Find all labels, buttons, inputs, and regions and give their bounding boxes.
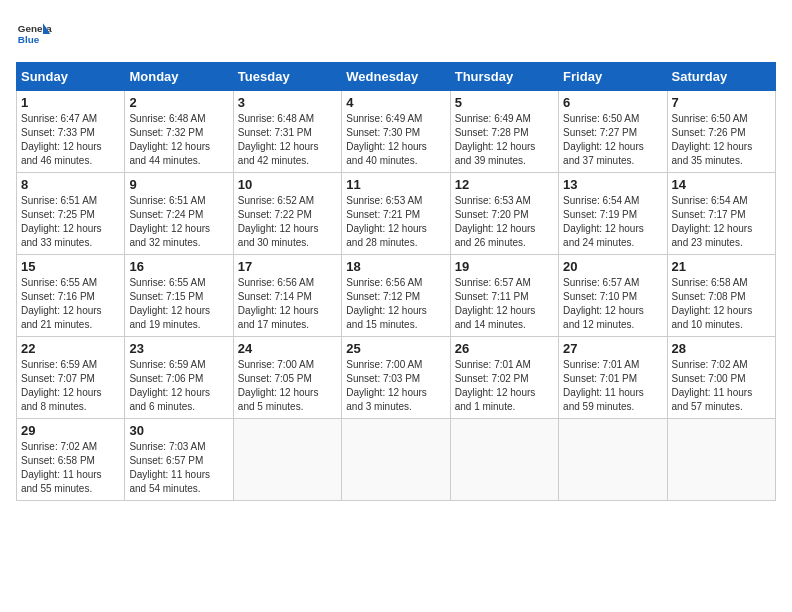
empty-cell	[233, 419, 341, 501]
logo: General Blue	[16, 16, 52, 52]
day-cell-22: 22Sunrise: 6:59 AMSunset: 7:07 PMDayligh…	[17, 337, 125, 419]
day-number: 1	[21, 95, 120, 110]
calendar-week-5: 29Sunrise: 7:02 AMSunset: 6:58 PMDayligh…	[17, 419, 776, 501]
day-cell-25: 25Sunrise: 7:00 AMSunset: 7:03 PMDayligh…	[342, 337, 450, 419]
day-info: Sunrise: 6:51 AMSunset: 7:24 PMDaylight:…	[129, 194, 228, 250]
day-number: 30	[129, 423, 228, 438]
day-number: 23	[129, 341, 228, 356]
day-number: 4	[346, 95, 445, 110]
day-info: Sunrise: 7:00 AMSunset: 7:03 PMDaylight:…	[346, 358, 445, 414]
day-cell-1: 1Sunrise: 6:47 AMSunset: 7:33 PMDaylight…	[17, 91, 125, 173]
day-cell-21: 21Sunrise: 6:58 AMSunset: 7:08 PMDayligh…	[667, 255, 775, 337]
day-cell-24: 24Sunrise: 7:00 AMSunset: 7:05 PMDayligh…	[233, 337, 341, 419]
empty-cell	[450, 419, 558, 501]
day-number: 5	[455, 95, 554, 110]
day-number: 13	[563, 177, 662, 192]
day-number: 16	[129, 259, 228, 274]
day-number: 25	[346, 341, 445, 356]
day-cell-26: 26Sunrise: 7:01 AMSunset: 7:02 PMDayligh…	[450, 337, 558, 419]
header: General Blue	[16, 16, 776, 52]
day-info: Sunrise: 6:50 AMSunset: 7:26 PMDaylight:…	[672, 112, 771, 168]
day-info: Sunrise: 6:59 AMSunset: 7:06 PMDaylight:…	[129, 358, 228, 414]
day-number: 8	[21, 177, 120, 192]
day-info: Sunrise: 6:56 AMSunset: 7:12 PMDaylight:…	[346, 276, 445, 332]
day-cell-28: 28Sunrise: 7:02 AMSunset: 7:00 PMDayligh…	[667, 337, 775, 419]
day-info: Sunrise: 7:01 AMSunset: 7:01 PMDaylight:…	[563, 358, 662, 414]
day-cell-14: 14Sunrise: 6:54 AMSunset: 7:17 PMDayligh…	[667, 173, 775, 255]
day-info: Sunrise: 7:00 AMSunset: 7:05 PMDaylight:…	[238, 358, 337, 414]
day-info: Sunrise: 6:50 AMSunset: 7:27 PMDaylight:…	[563, 112, 662, 168]
day-cell-11: 11Sunrise: 6:53 AMSunset: 7:21 PMDayligh…	[342, 173, 450, 255]
col-header-monday: Monday	[125, 63, 233, 91]
header-row: SundayMondayTuesdayWednesdayThursdayFrid…	[17, 63, 776, 91]
day-cell-15: 15Sunrise: 6:55 AMSunset: 7:16 PMDayligh…	[17, 255, 125, 337]
day-info: Sunrise: 6:52 AMSunset: 7:22 PMDaylight:…	[238, 194, 337, 250]
day-cell-30: 30Sunrise: 7:03 AMSunset: 6:57 PMDayligh…	[125, 419, 233, 501]
logo-icon: General Blue	[16, 16, 52, 52]
day-cell-29: 29Sunrise: 7:02 AMSunset: 6:58 PMDayligh…	[17, 419, 125, 501]
calendar-week-4: 22Sunrise: 6:59 AMSunset: 7:07 PMDayligh…	[17, 337, 776, 419]
day-number: 26	[455, 341, 554, 356]
day-number: 24	[238, 341, 337, 356]
day-cell-2: 2Sunrise: 6:48 AMSunset: 7:32 PMDaylight…	[125, 91, 233, 173]
day-cell-8: 8Sunrise: 6:51 AMSunset: 7:25 PMDaylight…	[17, 173, 125, 255]
col-header-saturday: Saturday	[667, 63, 775, 91]
day-info: Sunrise: 6:53 AMSunset: 7:20 PMDaylight:…	[455, 194, 554, 250]
day-info: Sunrise: 7:01 AMSunset: 7:02 PMDaylight:…	[455, 358, 554, 414]
calendar-week-2: 8Sunrise: 6:51 AMSunset: 7:25 PMDaylight…	[17, 173, 776, 255]
day-info: Sunrise: 6:57 AMSunset: 7:11 PMDaylight:…	[455, 276, 554, 332]
col-header-wednesday: Wednesday	[342, 63, 450, 91]
col-header-sunday: Sunday	[17, 63, 125, 91]
day-info: Sunrise: 6:54 AMSunset: 7:19 PMDaylight:…	[563, 194, 662, 250]
calendar-table: SundayMondayTuesdayWednesdayThursdayFrid…	[16, 62, 776, 501]
svg-text:Blue: Blue	[18, 34, 40, 45]
day-info: Sunrise: 6:55 AMSunset: 7:16 PMDaylight:…	[21, 276, 120, 332]
col-header-tuesday: Tuesday	[233, 63, 341, 91]
day-number: 14	[672, 177, 771, 192]
day-info: Sunrise: 6:53 AMSunset: 7:21 PMDaylight:…	[346, 194, 445, 250]
day-cell-9: 9Sunrise: 6:51 AMSunset: 7:24 PMDaylight…	[125, 173, 233, 255]
day-number: 17	[238, 259, 337, 274]
day-number: 9	[129, 177, 228, 192]
day-number: 22	[21, 341, 120, 356]
day-cell-23: 23Sunrise: 6:59 AMSunset: 7:06 PMDayligh…	[125, 337, 233, 419]
day-info: Sunrise: 6:56 AMSunset: 7:14 PMDaylight:…	[238, 276, 337, 332]
day-info: Sunrise: 7:02 AMSunset: 7:00 PMDaylight:…	[672, 358, 771, 414]
day-cell-17: 17Sunrise: 6:56 AMSunset: 7:14 PMDayligh…	[233, 255, 341, 337]
day-cell-6: 6Sunrise: 6:50 AMSunset: 7:27 PMDaylight…	[559, 91, 667, 173]
day-number: 20	[563, 259, 662, 274]
day-cell-7: 7Sunrise: 6:50 AMSunset: 7:26 PMDaylight…	[667, 91, 775, 173]
day-cell-12: 12Sunrise: 6:53 AMSunset: 7:20 PMDayligh…	[450, 173, 558, 255]
day-number: 28	[672, 341, 771, 356]
calendar-week-1: 1Sunrise: 6:47 AMSunset: 7:33 PMDaylight…	[17, 91, 776, 173]
col-header-friday: Friday	[559, 63, 667, 91]
day-info: Sunrise: 6:57 AMSunset: 7:10 PMDaylight:…	[563, 276, 662, 332]
day-info: Sunrise: 6:59 AMSunset: 7:07 PMDaylight:…	[21, 358, 120, 414]
day-info: Sunrise: 7:02 AMSunset: 6:58 PMDaylight:…	[21, 440, 120, 496]
day-cell-19: 19Sunrise: 6:57 AMSunset: 7:11 PMDayligh…	[450, 255, 558, 337]
day-info: Sunrise: 6:51 AMSunset: 7:25 PMDaylight:…	[21, 194, 120, 250]
empty-cell	[667, 419, 775, 501]
day-number: 7	[672, 95, 771, 110]
day-number: 21	[672, 259, 771, 274]
day-number: 11	[346, 177, 445, 192]
day-number: 19	[455, 259, 554, 274]
day-info: Sunrise: 6:49 AMSunset: 7:28 PMDaylight:…	[455, 112, 554, 168]
day-cell-3: 3Sunrise: 6:48 AMSunset: 7:31 PMDaylight…	[233, 91, 341, 173]
day-number: 12	[455, 177, 554, 192]
day-info: Sunrise: 7:03 AMSunset: 6:57 PMDaylight:…	[129, 440, 228, 496]
day-number: 18	[346, 259, 445, 274]
day-info: Sunrise: 6:58 AMSunset: 7:08 PMDaylight:…	[672, 276, 771, 332]
day-info: Sunrise: 6:47 AMSunset: 7:33 PMDaylight:…	[21, 112, 120, 168]
day-number: 2	[129, 95, 228, 110]
day-number: 15	[21, 259, 120, 274]
day-cell-5: 5Sunrise: 6:49 AMSunset: 7:28 PMDaylight…	[450, 91, 558, 173]
empty-cell	[559, 419, 667, 501]
day-number: 10	[238, 177, 337, 192]
day-info: Sunrise: 6:49 AMSunset: 7:30 PMDaylight:…	[346, 112, 445, 168]
day-number: 3	[238, 95, 337, 110]
day-info: Sunrise: 6:48 AMSunset: 7:32 PMDaylight:…	[129, 112, 228, 168]
day-number: 6	[563, 95, 662, 110]
day-number: 29	[21, 423, 120, 438]
day-cell-16: 16Sunrise: 6:55 AMSunset: 7:15 PMDayligh…	[125, 255, 233, 337]
